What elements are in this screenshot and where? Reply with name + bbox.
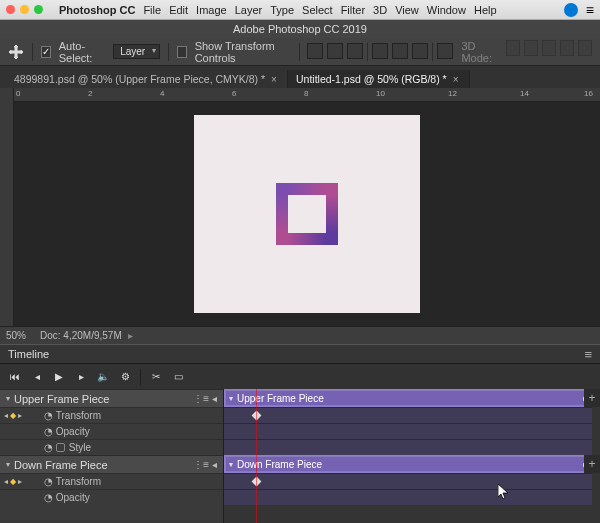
stopwatch-icon[interactable] bbox=[44, 426, 53, 437]
stopwatch-icon[interactable] bbox=[44, 492, 53, 503]
play-button[interactable]: ▶ bbox=[50, 368, 68, 386]
menu-file[interactable]: File bbox=[143, 4, 161, 16]
prev-keyframe-icon[interactable]: ◂ bbox=[4, 477, 8, 486]
3d-orbit-icon bbox=[506, 40, 520, 56]
vertical-ruler[interactable] bbox=[0, 88, 14, 326]
panel-title: Timeline bbox=[8, 348, 49, 360]
keyframe-diamond-icon[interactable]: ◆ bbox=[10, 411, 16, 420]
horizontal-ruler[interactable]: 0 2 4 6 8 10 12 14 16 bbox=[14, 88, 600, 102]
next-frame-button[interactable]: ▸ bbox=[72, 368, 90, 386]
ruler-mark: 8 bbox=[304, 89, 308, 98]
next-keyframe-icon[interactable]: ▸ bbox=[18, 477, 22, 486]
layer-collapse-icon[interactable]: ◂ bbox=[212, 393, 217, 404]
menu-window[interactable]: Window bbox=[427, 4, 466, 16]
3d-slide-icon bbox=[560, 40, 574, 56]
align-left-icon[interactable] bbox=[372, 43, 388, 59]
3d-roll-icon bbox=[524, 40, 538, 56]
frame-artwork bbox=[276, 183, 338, 245]
window-traffic-lights[interactable] bbox=[6, 5, 43, 14]
add-track-button[interactable]: + bbox=[584, 455, 600, 473]
property-label: Style bbox=[69, 442, 91, 453]
zoom-window-icon[interactable] bbox=[34, 5, 43, 14]
align-bottom-icon[interactable] bbox=[347, 43, 363, 59]
auto-select-dropdown[interactable]: Layer bbox=[113, 44, 160, 59]
menu-edit[interactable]: Edit bbox=[169, 4, 188, 16]
layer-collapse-icon[interactable]: ◂ bbox=[212, 459, 217, 470]
align-right-icon[interactable] bbox=[412, 43, 428, 59]
transition-button[interactable]: ▭ bbox=[169, 368, 187, 386]
menu-image[interactable]: Image bbox=[196, 4, 227, 16]
stopwatch-icon[interactable] bbox=[44, 410, 53, 421]
property-track[interactable] bbox=[224, 407, 592, 423]
menu-select[interactable]: Select bbox=[302, 4, 333, 16]
next-keyframe-icon[interactable]: ▸ bbox=[18, 411, 22, 420]
system-tray-icon[interactable] bbox=[564, 3, 578, 17]
menu-filter[interactable]: Filter bbox=[341, 4, 365, 16]
app-name[interactable]: Photoshop CC bbox=[59, 4, 135, 16]
document-canvas[interactable] bbox=[194, 115, 420, 313]
auto-select-label: Auto-Select: bbox=[59, 40, 105, 64]
prev-frame-button[interactable]: ◂ bbox=[28, 368, 46, 386]
add-track-button[interactable]: + bbox=[584, 389, 600, 407]
layer-property-row[interactable]: ◂◆▸ Transform bbox=[0, 473, 223, 489]
timeline-panel-tab[interactable]: Timeline bbox=[0, 344, 600, 363]
split-clip-button[interactable]: ✂ bbox=[147, 368, 165, 386]
ruler-mark: 4 bbox=[160, 89, 164, 98]
timeline-clip[interactable]: Upper Frame Piece bbox=[224, 389, 592, 407]
layer-property-row[interactable]: Style bbox=[0, 439, 223, 455]
menu-type[interactable]: Type bbox=[270, 4, 294, 16]
minimize-window-icon[interactable] bbox=[20, 5, 29, 14]
distribute-icon[interactable] bbox=[437, 43, 453, 59]
tab-close-icon[interactable]: × bbox=[453, 74, 459, 85]
show-transform-checkbox[interactable] bbox=[177, 46, 187, 58]
property-track[interactable] bbox=[224, 473, 592, 489]
3d-mode-label: 3D Mode: bbox=[461, 40, 502, 64]
panel-menu-icon[interactable] bbox=[584, 347, 592, 362]
3d-zoom-icon bbox=[578, 40, 592, 56]
timeline-tracks[interactable]: 10f 15f 20f 25f Upper Frame Piece + Down… bbox=[224, 389, 600, 523]
menu-view[interactable]: View bbox=[395, 4, 419, 16]
layer-options-icon[interactable]: ⋮≡ bbox=[193, 393, 209, 404]
timeline-settings-button[interactable]: ⚙ bbox=[116, 368, 134, 386]
timeline-toolbar: ⏮ ◂ ▶ ▸ 🔈 ⚙ ✂ ▭ bbox=[0, 363, 600, 389]
timeline-layer-header[interactable]: Upper Frame Piece ⋮≡◂ bbox=[0, 389, 223, 407]
property-label: Opacity bbox=[56, 426, 90, 437]
menu-layer[interactable]: Layer bbox=[235, 4, 263, 16]
close-window-icon[interactable] bbox=[6, 5, 15, 14]
timeline-body: Upper Frame Piece ⋮≡◂ ◂◆▸ Transform Opac… bbox=[0, 389, 600, 523]
audio-mute-button[interactable]: 🔈 bbox=[94, 368, 112, 386]
document-tab[interactable]: Untitled-1.psd @ 50% (RGB/8) * × bbox=[288, 70, 470, 88]
menu-help[interactable]: Help bbox=[474, 4, 497, 16]
tab-close-icon[interactable]: × bbox=[271, 74, 277, 85]
stopwatch-icon[interactable] bbox=[44, 442, 53, 453]
timeline-layer-header[interactable]: Down Frame Piece ⋮≡◂ bbox=[0, 455, 223, 473]
property-track[interactable] bbox=[224, 439, 592, 455]
playhead-line[interactable] bbox=[256, 389, 257, 523]
move-tool-icon[interactable] bbox=[8, 44, 24, 60]
menu-3d[interactable]: 3D bbox=[373, 4, 387, 16]
document-tab[interactable]: 4899891.psd @ 50% (Upper Frame Piece, CM… bbox=[6, 70, 288, 88]
property-track[interactable] bbox=[224, 423, 592, 439]
align-hcenter-icon[interactable] bbox=[392, 43, 408, 59]
auto-select-checkbox[interactable] bbox=[41, 46, 51, 58]
layer-property-row[interactable]: Opacity bbox=[0, 489, 223, 505]
canvas-viewport[interactable] bbox=[14, 102, 600, 326]
zoom-level[interactable]: 50% bbox=[6, 330, 26, 341]
align-top-icon[interactable] bbox=[307, 43, 323, 59]
timeline-clip[interactable]: Down Frame Piece bbox=[224, 455, 592, 473]
doc-info[interactable]: Doc: 4,20M/9,57M bbox=[40, 330, 133, 341]
go-to-first-frame-button[interactable]: ⏮ bbox=[6, 368, 24, 386]
ruler-mark: 10 bbox=[376, 89, 385, 98]
prev-keyframe-icon[interactable]: ◂ bbox=[4, 411, 8, 420]
align-vcenter-icon[interactable] bbox=[327, 43, 343, 59]
layer-options-icon[interactable]: ⋮≡ bbox=[193, 459, 209, 470]
stopwatch-icon[interactable] bbox=[44, 476, 53, 487]
system-menu-icon[interactable] bbox=[586, 2, 594, 18]
property-track[interactable] bbox=[224, 489, 592, 505]
keyframe-diamond-icon[interactable]: ◆ bbox=[10, 477, 16, 486]
align-icons bbox=[307, 43, 453, 61]
layer-property-row[interactable]: Opacity bbox=[0, 423, 223, 439]
layer-property-row[interactable]: ◂◆▸ Transform bbox=[0, 407, 223, 423]
window-title: Adobe Photoshop CC 2019 bbox=[0, 20, 600, 38]
timeline-layer-list: Upper Frame Piece ⋮≡◂ ◂◆▸ Transform Opac… bbox=[0, 389, 224, 523]
